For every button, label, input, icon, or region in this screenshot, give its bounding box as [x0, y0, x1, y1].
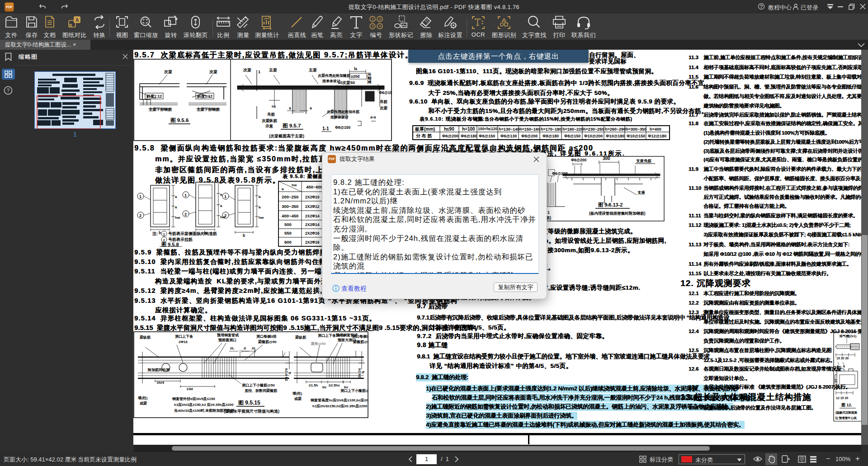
svg-text:梁箍筋@50: 梁箍筋@50: [258, 339, 277, 344]
svg-text:次梁: 次梁: [380, 106, 388, 110]
svg-text:2X2Φ16: 2X2Φ16: [305, 240, 320, 245]
svg-text:次梁宽: 次梁宽: [367, 72, 372, 84]
svg-text:6: 6: [837, 365, 839, 368]
svg-text:洞口上下各: 洞口上下各: [175, 334, 193, 339]
svg-text:Φ6@150: Φ6@150: [479, 134, 495, 138]
svg-text:洞口每侧3排: 洞口每侧3排: [352, 334, 368, 339]
svg-text:Φ6@130: Φ6@130: [500, 134, 517, 138]
svg-text:2X2Φ14: 2X2Φ14: [305, 222, 320, 227]
svg-text:15 20 20: 15 20 20: [836, 357, 849, 360]
svg-text:号筋表示拉筋: 号筋表示拉筋: [168, 237, 193, 242]
svg-text:次梁: 次梁: [209, 70, 217, 74]
svg-text:h=190~220: h=190~220: [562, 127, 583, 132]
svg-text:Φ8@200: Φ8@200: [521, 134, 538, 138]
svg-text:Φ10@200: Φ10@200: [584, 134, 603, 138]
svg-text:图 9.5.7: 图 9.5.7: [283, 123, 301, 128]
svg-text:bc: bc: [322, 385, 327, 389]
svg-text:图 12.: 图 12.: [841, 403, 852, 407]
svg-text:h=400: h=400: [650, 127, 661, 132]
svg-text:主梁下部钢筋: 主梁下部钢筋: [149, 107, 172, 112]
svg-text:hw: hw: [175, 216, 180, 220]
svg-text:hw: hw: [259, 216, 264, 220]
svg-text:吊筋: 吊筋: [380, 99, 388, 104]
svg-text:550: 550: [284, 231, 292, 235]
svg-text:Φ6@180: Φ6@180: [461, 134, 477, 138]
svg-text:预留圆洞口: 预留圆洞口: [218, 338, 236, 342]
svg-text:≥1.5h: ≥1.5h: [309, 383, 318, 387]
svg-text:2: 2: [379, 17, 381, 21]
svg-text:Φ6@200: Φ6@200: [442, 134, 458, 138]
svg-text:h=300~350: h=300~350: [626, 127, 646, 132]
svg-text:Φ6@150: Φ6@150: [379, 90, 392, 95]
svg-text:吊筋: 吊筋: [267, 112, 275, 117]
svg-text:≥3d: ≥3d: [187, 387, 193, 391]
svg-text:la: la: [354, 66, 357, 71]
svg-text:2: 2: [184, 212, 187, 217]
svg-text:200~250: 200~250: [282, 194, 298, 199]
svg-text:或梁: 或梁: [139, 401, 147, 405]
svg-text:a: a: [175, 195, 177, 199]
svg-text:≥L: ≥L: [230, 346, 234, 350]
svg-text:a: a: [220, 193, 222, 197]
svg-text:1: 1: [547, 210, 550, 215]
svg-text:注:预埋管中心线: 注:预埋管中心线: [835, 416, 857, 420]
svg-text:300: 300: [603, 156, 610, 161]
svg-text:次梁作用处附加吊筋: 次梁作用处附加吊筋: [326, 109, 360, 114]
svg-text:梁纵筋: 梁纵筋: [139, 335, 151, 339]
svg-text:钢套管外径d应≤h/5且≤150: 钢套管外径d应≤h/5且≤150: [172, 396, 215, 401]
svg-text:支座: 支座: [637, 190, 646, 195]
svg-text:洞口上下小箍筋@50: 洞口上下小箍筋@50: [242, 383, 275, 387]
svg-text:b: b: [243, 233, 245, 238]
svg-text:梁箍筋@50: 梁箍筋@50: [353, 339, 368, 344]
svg-text:600: 600: [284, 240, 292, 245]
svg-text:梁纵筋: 梁纵筋: [295, 335, 307, 339]
svg-text:2X2Φ10: 2X2Φ10: [305, 195, 320, 199]
svg-text:(隐蔽式沉降观测: (隐蔽式沉降观测: [835, 411, 857, 414]
svg-text:500: 500: [284, 222, 292, 227]
svg-text:或梁: 或梁: [294, 396, 302, 401]
svg-text:a: a: [220, 204, 222, 208]
svg-text:B: B: [69, 23, 72, 28]
svg-text:(次梁截面高于主梁): (次梁截面高于主梁): [269, 134, 304, 138]
svg-text:450~600: 450~600: [306, 184, 323, 189]
svg-text:号筋表示梁侧面纵向构造筋: 号筋表示梁侧面纵向构造筋: [168, 231, 217, 236]
svg-text:2X2Φ12: 2X2Φ12: [305, 204, 320, 209]
svg-text:h1应≥h/3≥150,h2应≥0.35h且≥200: h1应≥h/3≥150,h2应≥0.35h且≥200: [312, 404, 368, 408]
svg-text:按单体设计: 按单体设计: [330, 115, 349, 119]
svg-text:墙(柱): 墙(柱): [137, 396, 148, 400]
svg-text:板厚(mm): 板厚(mm): [415, 127, 435, 132]
svg-text:a: a: [175, 205, 177, 209]
svg-text:Φ6@200: Φ6@200: [571, 158, 586, 162]
svg-text:h=170~180: h=170~180: [541, 127, 561, 132]
svg-text:2Φ16: 2Φ16: [179, 340, 188, 344]
svg-text:图 9.5.8: 图 9.5.8: [161, 242, 179, 247]
svg-text:洞口上下小箍筋@50: 洞口上下小箍筋@50: [340, 389, 368, 393]
svg-text:次梁: 次梁: [243, 68, 251, 72]
svg-text:h: h: [288, 372, 292, 374]
svg-text:排气槽(2x1): 排气槽(2x1): [839, 334, 856, 338]
svg-text:a-a: a-a: [370, 115, 376, 119]
svg-text:主梁: 主梁: [269, 68, 277, 72]
svg-text:主梁: 主梁: [308, 68, 317, 72]
svg-text:d: d: [244, 346, 246, 350]
svg-text:2: 2: [139, 213, 142, 218]
svg-text:27: 27: [834, 379, 837, 382]
svg-text:300~350: 300~350: [282, 204, 298, 209]
svg-text:洞口每侧3排: 洞口每侧3排: [256, 334, 276, 339]
svg-text:2X2Φ16: 2X2Φ16: [305, 231, 320, 235]
svg-text:1: 1: [372, 17, 374, 21]
svg-text:h1应≥h/3且≥150,h2 应≥0.35h且≥200: h1应≥h/3且≥150,h2 应≥0.35h且≥200: [174, 402, 234, 407]
svg-text:1-1: 1-1: [322, 126, 329, 131]
svg-text:墙(柱): 墙(柱): [292, 391, 302, 395]
svg-text:≥L: ≥L: [252, 346, 256, 350]
svg-text:a: a: [310, 106, 312, 110]
svg-text:次梁作用处附加箍筋: 次梁作用处附加箍筋: [317, 73, 351, 78]
svg-text:100<h≤120: 100<h≤120: [478, 127, 497, 131]
svg-text:Φ8@150: Φ8@150: [335, 125, 350, 130]
svg-text:?: ?: [7, 88, 9, 93]
svg-text:400~450: 400~450: [282, 213, 298, 218]
svg-text:预埋钢套管或: 预埋钢套管或: [217, 333, 239, 337]
svg-text:图 9.6.13-2: 图 9.6.13-2: [598, 202, 623, 207]
svg-text:斜度1:12: 斜度1:12: [146, 94, 162, 99]
svg-text:1: 1: [163, 232, 165, 236]
